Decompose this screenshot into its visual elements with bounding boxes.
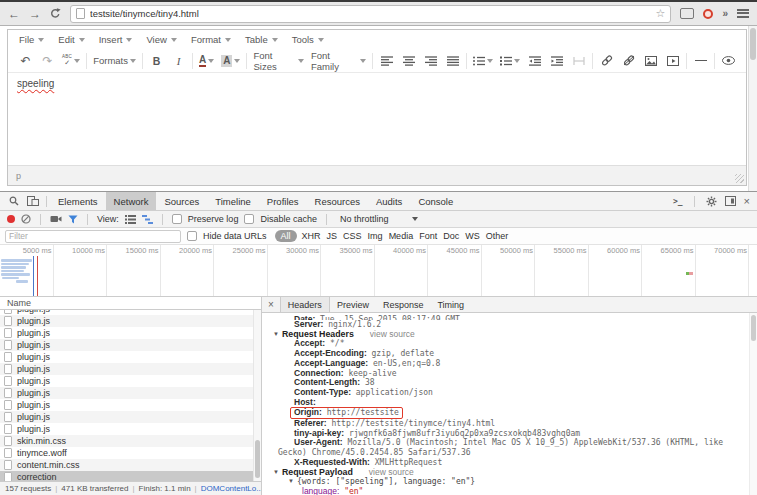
disclosure-triangle-icon[interactable]: ▼ bbox=[288, 478, 294, 484]
gear-icon[interactable] bbox=[706, 196, 717, 207]
type-filter-other[interactable]: Other bbox=[486, 231, 509, 241]
increase-indent-icon[interactable] bbox=[547, 52, 566, 70]
preserve-log-checkbox[interactable] bbox=[172, 214, 182, 224]
back-icon[interactable]: ← bbox=[8, 8, 20, 20]
name-column-header[interactable]: Name bbox=[0, 297, 261, 310]
record-extension-icon[interactable] bbox=[703, 9, 713, 19]
devtools-tab-network[interactable]: Network bbox=[106, 192, 157, 210]
type-filter-img[interactable]: Img bbox=[368, 231, 383, 241]
menu-table[interactable]: Table bbox=[238, 30, 285, 49]
forward-icon[interactable]: → bbox=[29, 8, 41, 20]
clear-icon[interactable] bbox=[21, 214, 31, 224]
font-family-dropdown[interactable]: Font Family bbox=[309, 52, 368, 70]
details-scrollbar[interactable] bbox=[749, 313, 757, 495]
request-row[interactable]: plugin.js bbox=[0, 339, 261, 351]
spellcheck-button[interactable]: ABC ✓ bbox=[60, 52, 82, 70]
numbered-list-button[interactable] bbox=[498, 52, 522, 70]
close-details-icon[interactable]: × bbox=[262, 299, 280, 310]
dock-side-icon[interactable] bbox=[725, 196, 736, 206]
request-row[interactable]: plugin.js bbox=[0, 327, 261, 339]
element-path[interactable]: p bbox=[16, 171, 21, 181]
request-row[interactable]: plugin.js bbox=[0, 399, 261, 411]
requests-scrollbar[interactable] bbox=[253, 310, 261, 481]
undo-icon[interactable]: ↶ bbox=[16, 52, 35, 70]
menu-insert[interactable]: Insert bbox=[92, 30, 140, 49]
disclosure-triangle-icon[interactable]: ▼ bbox=[273, 469, 279, 475]
unlink-icon[interactable] bbox=[619, 52, 638, 70]
hide-data-urls-checkbox[interactable] bbox=[187, 231, 197, 241]
request-row[interactable]: plugin.js bbox=[0, 351, 261, 363]
align-left-icon[interactable] bbox=[377, 52, 396, 70]
throttling-dropdown[interactable]: No throttling bbox=[340, 214, 419, 224]
devtools-tab-resources[interactable]: Resources bbox=[307, 192, 368, 210]
text-color-button[interactable]: A bbox=[197, 52, 216, 70]
font-sizes-dropdown[interactable]: Font Sizes bbox=[251, 52, 306, 70]
view-source-link[interactable]: view source bbox=[369, 467, 414, 477]
horizontal-rule-icon[interactable] bbox=[691, 52, 710, 70]
menu-edit[interactable]: Edit bbox=[51, 30, 91, 49]
italic-button[interactable]: I bbox=[169, 52, 188, 70]
reload-icon[interactable] bbox=[50, 8, 61, 19]
decrease-indent-icon[interactable] bbox=[525, 52, 544, 70]
request-row[interactable]: plugin.js bbox=[0, 363, 261, 375]
align-justify-icon[interactable] bbox=[443, 52, 462, 70]
scrollbar-thumb[interactable] bbox=[751, 315, 756, 341]
screenshot-camera-icon[interactable] bbox=[50, 215, 62, 223]
image-icon[interactable] bbox=[641, 52, 660, 70]
details-tab-headers[interactable]: Headers bbox=[280, 297, 330, 312]
misspelled-word[interactable]: speeling bbox=[17, 78, 54, 89]
devtools-tab-audits[interactable]: Audits bbox=[368, 192, 410, 210]
bold-button[interactable]: B bbox=[147, 52, 166, 70]
bullet-list-button[interactable] bbox=[471, 52, 495, 70]
view-waterfall-icon[interactable] bbox=[142, 215, 153, 224]
request-row[interactable]: plugin.js bbox=[0, 411, 261, 423]
request-row[interactable]: tinymce.woff bbox=[0, 447, 261, 459]
close-icon[interactable]: × bbox=[744, 195, 750, 207]
devtools-tab-profiles[interactable]: Profiles bbox=[259, 192, 307, 210]
menu-file[interactable]: File bbox=[12, 30, 51, 49]
type-filter-css[interactable]: CSS bbox=[343, 231, 362, 241]
devtools-tab-sources[interactable]: Sources bbox=[156, 192, 207, 210]
details-tab-preview[interactable]: Preview bbox=[330, 297, 376, 312]
scrollbar-thumb[interactable] bbox=[255, 440, 260, 478]
disable-cache-checkbox[interactable] bbox=[244, 214, 254, 224]
menu-view[interactable]: View bbox=[139, 30, 183, 49]
page-scrollbar[interactable] bbox=[748, 26, 757, 191]
address-bar[interactable]: testsite/tinymce/tiny4.html ☆ bbox=[70, 5, 671, 23]
request-row[interactable]: plugin.js bbox=[0, 423, 261, 435]
devtools-tab-console[interactable]: Console bbox=[410, 192, 461, 210]
media-icon[interactable] bbox=[663, 52, 682, 70]
disclosure-triangle-icon[interactable]: ▼ bbox=[273, 331, 279, 337]
menu-format[interactable]: Format bbox=[184, 30, 238, 49]
link-icon[interactable] bbox=[597, 52, 616, 70]
filter-funnel-icon[interactable] bbox=[68, 215, 78, 224]
redo-icon[interactable]: ↷ bbox=[38, 52, 57, 70]
align-right-icon[interactable] bbox=[421, 52, 440, 70]
request-row[interactable]: plugin.js bbox=[0, 387, 261, 399]
type-filter-ws[interactable]: WS bbox=[465, 231, 480, 241]
request-row[interactable]: content.min.css bbox=[0, 459, 261, 471]
type-filter-doc[interactable]: Doc bbox=[443, 231, 459, 241]
details-tab-response[interactable]: Response bbox=[376, 297, 431, 312]
bookmark-star-icon[interactable]: ☆ bbox=[656, 7, 666, 20]
view-list-icon[interactable] bbox=[125, 215, 136, 224]
summary-item[interactable]: DOMContentLo... bbox=[201, 484, 261, 493]
scrollbar-thumb[interactable] bbox=[750, 28, 756, 60]
resize-grip[interactable] bbox=[735, 174, 744, 183]
devtools-tab-elements[interactable]: Elements bbox=[50, 192, 106, 210]
record-icon[interactable] bbox=[7, 215, 15, 223]
request-row[interactable]: correction bbox=[0, 471, 261, 481]
editor-content[interactable]: speeling bbox=[8, 72, 746, 165]
formats-dropdown[interactable]: Formats bbox=[91, 52, 138, 70]
request-row[interactable]: plugin.js bbox=[0, 315, 261, 327]
background-color-button[interactable]: A bbox=[219, 52, 242, 70]
console-drawer-icon[interactable]: >_ bbox=[673, 197, 683, 206]
devtools-tab-timeline[interactable]: Timeline bbox=[207, 192, 259, 210]
network-filter-input[interactable] bbox=[5, 230, 181, 243]
menu-tools[interactable]: Tools bbox=[285, 30, 331, 49]
type-filter-all[interactable]: All bbox=[275, 230, 297, 242]
view-source-link[interactable]: view source bbox=[370, 329, 415, 339]
type-filter-js[interactable]: JS bbox=[327, 231, 338, 241]
type-filter-media[interactable]: Media bbox=[389, 231, 414, 241]
type-filter-font[interactable]: Font bbox=[419, 231, 437, 241]
